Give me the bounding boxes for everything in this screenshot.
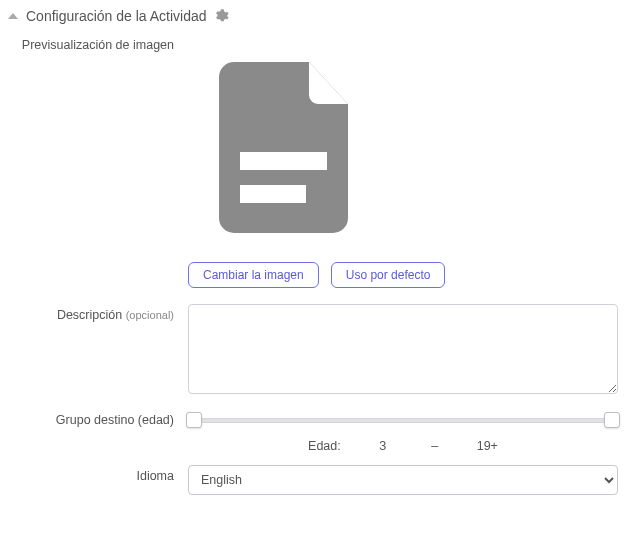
slider-thumb-max[interactable] (604, 412, 620, 428)
age-max-value: 19+ (477, 439, 498, 453)
language-select[interactable]: English (188, 465, 618, 495)
description-textarea[interactable] (188, 304, 618, 394)
slider-track (188, 418, 618, 423)
section-title: Configuración de la Actividad (26, 8, 207, 24)
gear-icon (213, 8, 229, 24)
description-optional-text: (opcional) (126, 309, 174, 321)
age-display: Edad: 3 – 19+ (188, 439, 618, 453)
section-header[interactable]: Configuración de la Actividad (8, 8, 626, 24)
change-image-button[interactable]: Cambiar la imagen (188, 262, 319, 288)
target-group-label: Grupo destino (edad) (8, 409, 188, 427)
slider-thumb-min[interactable] (186, 412, 202, 428)
age-min-value: 3 (373, 439, 393, 453)
image-preview-label: Previsualización de imagen (8, 36, 188, 52)
age-separator: – (425, 439, 445, 453)
image-preview (188, 36, 388, 256)
age-prefix: Edad: (308, 439, 341, 453)
svg-rect-0 (240, 152, 327, 170)
image-buttons-row: Cambiar la imagen Uso por defecto (188, 262, 626, 288)
use-default-button[interactable]: Uso por defecto (331, 262, 446, 288)
age-range-slider[interactable]: Edad: 3 – 19+ (188, 409, 618, 453)
svg-rect-1 (240, 185, 306, 203)
description-label-text: Descripción (57, 308, 122, 322)
language-label: Idioma (8, 465, 188, 483)
caret-up-icon (8, 13, 18, 19)
description-label: Descripción (opcional) (8, 304, 188, 322)
document-icon (213, 56, 363, 236)
